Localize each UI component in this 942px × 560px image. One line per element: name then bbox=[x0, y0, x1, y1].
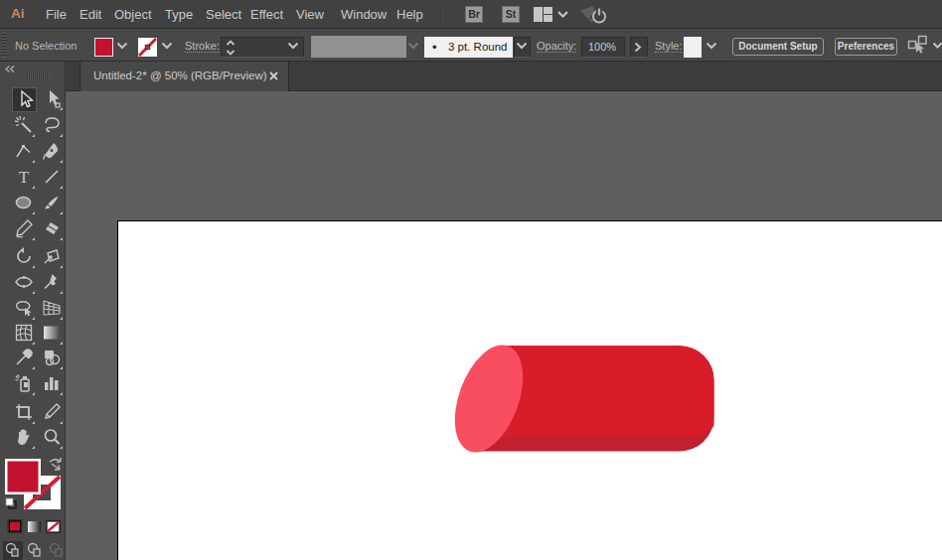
svg-text:T: T bbox=[19, 168, 30, 187]
